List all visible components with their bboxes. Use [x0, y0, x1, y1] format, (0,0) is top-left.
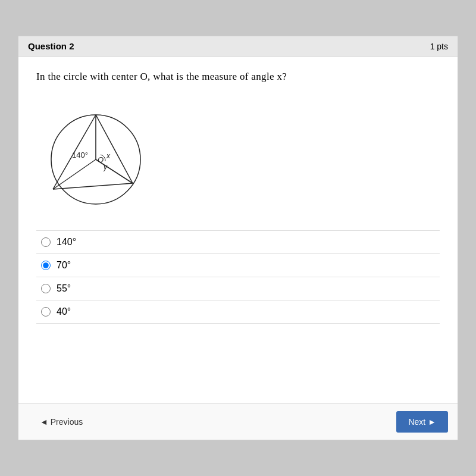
radio-70[interactable] — [41, 261, 51, 270]
diagram-area: 140° O x y — [36, 97, 440, 216]
question-card: Question 2 1 pts In the circle with cent… — [18, 36, 458, 440]
svg-line-2 — [96, 115, 133, 183]
next-button[interactable]: Next ► — [396, 411, 448, 433]
question-label: Question 2 — [28, 41, 74, 51]
svg-line-6 — [53, 159, 96, 189]
radio-55[interactable] — [41, 284, 51, 293]
option-label-55: 55° — [57, 283, 71, 294]
card-body: In the circle with center O, what is the… — [18, 57, 458, 403]
previous-button[interactable]: ◄ Previous — [28, 411, 95, 433]
option-row-140[interactable]: 140° — [36, 231, 440, 254]
radio-140[interactable] — [41, 237, 51, 247]
option-row-70[interactable]: 70° — [36, 254, 440, 277]
circle-diagram: 140° O x y — [36, 97, 161, 216]
angle-x-label: x — [106, 152, 111, 160]
option-label-140: 140° — [57, 237, 76, 248]
angle-y-label: y — [103, 163, 108, 171]
radio-40[interactable] — [41, 307, 51, 317]
pts-label: 1 pts — [430, 42, 448, 51]
option-row-55[interactable]: 55° — [36, 277, 440, 300]
options-area: 140° 70° 55° 40° — [36, 230, 440, 324]
option-label-40: 40° — [57, 306, 71, 317]
option-row-40[interactable]: 40° — [36, 300, 440, 324]
card-footer: ◄ Previous Next ► — [18, 403, 458, 440]
center-o-label: O — [98, 155, 104, 164]
card-header: Question 2 1 pts — [18, 36, 458, 57]
angle-140-label: 140° — [72, 151, 88, 159]
svg-line-3 — [53, 183, 133, 189]
option-label-70: 70° — [57, 260, 71, 271]
question-text: In the circle with center O, what is the… — [36, 71, 440, 83]
